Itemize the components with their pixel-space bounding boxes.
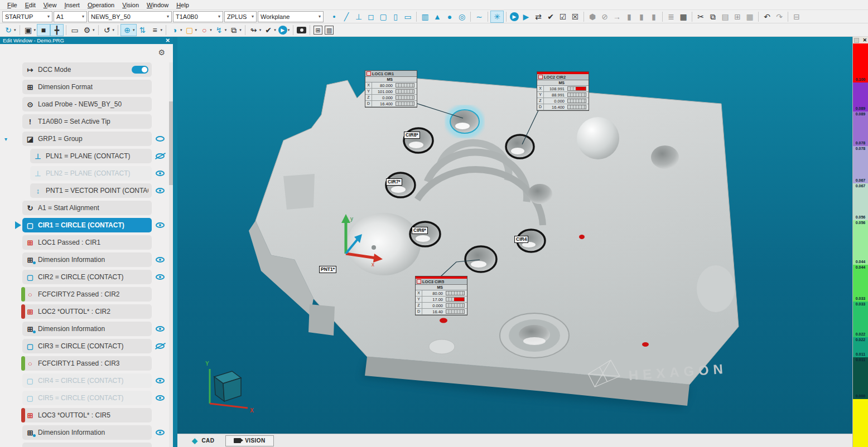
chart-window-icon[interactable]: ▥ bbox=[324, 24, 335, 36]
sidebar-item-fcfcirty1-passed-cir3[interactable]: ○FCFCIRTY1 Passed : CIR3 bbox=[22, 356, 152, 371]
sidebar-item-dimension-information[interactable]: ⊞Dimension Information bbox=[22, 425, 152, 440]
cad-viewport[interactable]: y x HEXAGON Y X LOC1 CIR1MSX80.000 bbox=[177, 37, 852, 434]
edit-window-titlebar[interactable]: Edit Window - Demo.PRG ✕ bbox=[0, 37, 173, 44]
pan-view-icon[interactable]: ╋ bbox=[50, 24, 64, 36]
dropdown-arrow-icon[interactable]: ▾ bbox=[14, 28, 16, 32]
report-table-icon[interactable]: ▦ bbox=[677, 11, 689, 23]
eye-icon[interactable] bbox=[156, 188, 165, 193]
sidebar-item-a1-start-alignment[interactable]: ↻A1 = Start Alignment bbox=[22, 201, 152, 215]
gdt-circle-icon[interactable]: ○▾ bbox=[198, 24, 213, 36]
hole-cir6[interactable] bbox=[410, 222, 440, 246]
cylinder-icon[interactable]: ▥ bbox=[419, 11, 431, 23]
camera-icon[interactable] bbox=[296, 24, 307, 36]
dropdown-arrow-icon[interactable]: ▾ bbox=[288, 28, 290, 32]
active-tip-combobox[interactable]: T1A0B0▾ bbox=[173, 11, 223, 22]
cone-icon[interactable]: ▲ bbox=[431, 11, 443, 23]
feature-tag-pnt1[interactable]: PNT1* bbox=[319, 266, 336, 273]
probe-file-combobox[interactable]: NEW5_BY_50▾ bbox=[88, 11, 172, 22]
comment-icon[interactable]: ▭ bbox=[69, 24, 81, 36]
feature-tag-cir4[interactable]: CIR4 bbox=[514, 236, 528, 243]
eye-icon[interactable] bbox=[156, 326, 165, 332]
stop-marker-icon[interactable]: ⬢ bbox=[586, 11, 599, 23]
dropdown-arrow-icon[interactable]: ▾ bbox=[34, 28, 36, 32]
eye-icon[interactable] bbox=[156, 171, 165, 176]
dropdown-arrow-icon[interactable]: ▾ bbox=[133, 28, 135, 32]
alignment-combobox[interactable]: STARTUP▾ bbox=[2, 11, 52, 22]
feature-list-icon[interactable]: ≡▾ bbox=[149, 24, 164, 36]
sidebar-item-cir1-circle-contact[interactable]: ▢CIR1 = CIRCLE (CONTACT) bbox=[22, 218, 152, 232]
curve-icon[interactable]: ∼ bbox=[473, 11, 485, 23]
loc3-callout[interactable]: LOC3 CIR5MSX80.00Y17.00Z0.000D16.40 bbox=[415, 276, 467, 315]
settings-gears-icon[interactable]: ⚙▾ bbox=[81, 24, 96, 36]
document-check-icon[interactable]: ☑ bbox=[557, 11, 569, 23]
eye-slash-icon[interactable] bbox=[156, 343, 165, 349]
wireframe-view-icon[interactable]: ▣▾ bbox=[22, 24, 37, 36]
panel-splitter[interactable] bbox=[173, 37, 177, 447]
workplane-combobox[interactable]: Workplane▾ bbox=[258, 11, 324, 22]
skip-marker-icon[interactable]: ⊘ bbox=[599, 11, 611, 23]
point-icon[interactable]: • bbox=[328, 11, 340, 23]
print-icon[interactable]: ⊟ bbox=[790, 11, 803, 23]
plane-icon[interactable]: ⊥ bbox=[353, 11, 365, 23]
workplane-axis-combobox[interactable]: ZPLUS▾ bbox=[224, 11, 257, 22]
sidebar-item-loc2-outtol-cir2[interactable]: ⊞LOC2 *OUTTOL* : CIR2 bbox=[22, 304, 152, 319]
menu-edit[interactable]: Edit bbox=[21, 2, 40, 8]
collapse-chevron-icon[interactable]: ▾ bbox=[4, 136, 7, 142]
eye-icon[interactable] bbox=[156, 430, 165, 435]
feature-tag-cir8[interactable]: CIR8* bbox=[404, 132, 420, 139]
rotate-view-icon[interactable]: ↺▾ bbox=[101, 24, 116, 36]
sidebar-item-pln1-plane-contact[interactable]: ⊥PLN1 = PLANE (CONTACT) bbox=[30, 149, 152, 163]
axis-combobox[interactable]: A1▾ bbox=[54, 11, 87, 22]
tolerance-box-icon[interactable]: ▢▾ bbox=[184, 24, 199, 36]
sidebar-item-fcfcirty2-passed-cir2[interactable]: ○FCFCIRTY2 Passed : CIR2 bbox=[22, 287, 152, 302]
eye-icon[interactable] bbox=[156, 257, 165, 263]
duplicate-icon[interactable]: ⧉▾ bbox=[228, 24, 243, 36]
eye-slash-icon[interactable] bbox=[156, 153, 165, 159]
tab-vision[interactable]: VISION bbox=[225, 435, 273, 446]
execute-program-icon[interactable]: ▶ bbox=[509, 11, 520, 23]
square-slot-icon[interactable]: ▯ bbox=[389, 11, 402, 23]
eye-icon[interactable] bbox=[156, 395, 165, 401]
line-icon[interactable]: ╱ bbox=[340, 11, 353, 23]
cut-icon[interactable]: ✂ bbox=[695, 11, 707, 23]
copy-icon[interactable]: ⧉ bbox=[707, 11, 719, 23]
paste-special-icon[interactable]: ⊞ bbox=[731, 11, 744, 23]
sidebar-item-load-probe-new5-by-50[interactable]: ⊙Load Probe - NEW5_BY_50 bbox=[22, 97, 152, 111]
play-icon[interactable]: ▶▾ bbox=[277, 24, 291, 36]
dropdown-arrow-icon[interactable]: ▾ bbox=[225, 28, 227, 32]
redo-icon[interactable]: ↷ bbox=[773, 11, 785, 23]
hole-cir5[interactable] bbox=[465, 246, 496, 272]
undo-icon[interactable]: ↶ bbox=[761, 11, 773, 23]
check-mark-icon[interactable]: ✔ bbox=[544, 11, 557, 23]
scrollbar-thumb[interactable] bbox=[169, 101, 173, 185]
pattern-icon[interactable]: ▦ bbox=[744, 11, 756, 23]
quick-edit-icon[interactable]: ↯▾ bbox=[213, 24, 228, 36]
sidebar-item-loc3-outtol-cir5[interactable]: ⊞LOC3 *OUTTOL* : CIR5 bbox=[22, 408, 152, 422]
highlighted-hole-cir1[interactable] bbox=[448, 108, 481, 135]
bookmark-remove-icon[interactable]: ▮ bbox=[648, 11, 660, 23]
loc2-callout[interactable]: LOC2 CIR2MSX108.991Y88.991Z0.000D16.400 bbox=[537, 71, 589, 111]
dropdown-arrow-icon[interactable]: ▾ bbox=[195, 28, 197, 32]
eye-icon[interactable] bbox=[156, 136, 165, 142]
report-window-icon[interactable]: ⊞ bbox=[312, 24, 324, 36]
dropdown-arrow-icon[interactable]: ▾ bbox=[93, 28, 95, 32]
dropdown-arrow-icon[interactable]: ▾ bbox=[161, 28, 163, 32]
feature-tag-cir7[interactable]: CIR7* bbox=[386, 178, 402, 186]
view-cube[interactable]: Y X bbox=[205, 361, 254, 414]
execute-feature-icon[interactable]: ▶ bbox=[520, 11, 532, 23]
hole-cir2[interactable] bbox=[506, 135, 534, 158]
sphere-icon[interactable]: ● bbox=[443, 11, 456, 23]
eye-icon[interactable] bbox=[156, 274, 165, 280]
tab-cad[interactable]: ◆CAD bbox=[184, 435, 222, 447]
close-icon[interactable]: ✕ bbox=[166, 37, 170, 43]
sidebar-item-dimension-information[interactable]: ⊞Dimension Information bbox=[22, 322, 152, 336]
sidebar-item-cir2-circle-contact[interactable]: ▢CIR2 = CIRCLE (CONTACT) bbox=[22, 270, 152, 284]
dropdown-arrow-icon[interactable]: ▾ bbox=[239, 28, 242, 32]
loop-icon[interactable]: ⇄ bbox=[532, 11, 544, 23]
dropdown-arrow-icon[interactable]: ▾ bbox=[113, 28, 115, 32]
auto-feature-icon[interactable]: ✳ bbox=[490, 11, 504, 23]
go-marker-icon[interactable]: → bbox=[611, 11, 623, 23]
view-orientation-icon[interactable]: ⊕▾ bbox=[120, 24, 137, 36]
dropdown-arrow-icon[interactable]: ▾ bbox=[180, 28, 182, 32]
eye-icon[interactable] bbox=[156, 222, 165, 228]
